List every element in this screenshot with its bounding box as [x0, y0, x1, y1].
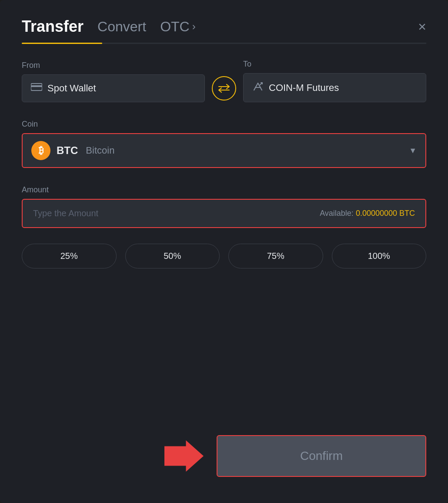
coin-label: Coin [22, 120, 38, 128]
amount-section: Amount Type the Amount Available: 0.0000… [22, 185, 426, 228]
to-wallet-name: COIN-M Futures [269, 82, 339, 94]
dropdown-arrow-icon: ▼ [409, 146, 417, 155]
tab-transfer[interactable]: Transfer [22, 17, 84, 36]
tab-underline-row [22, 43, 426, 44]
coin-section: Coin ₿ BTC Bitcoin ▼ [22, 120, 426, 168]
tab-otc[interactable]: OTC › [160, 19, 196, 35]
to-label: To [243, 60, 426, 69]
svg-marker-2 [164, 440, 204, 472]
tab-convert[interactable]: Convert [97, 19, 146, 35]
otc-chevron-icon: › [192, 20, 196, 33]
svg-rect-1 [31, 85, 42, 87]
pct-25-button[interactable]: 25% [22, 244, 117, 268]
from-label: From [22, 61, 205, 70]
amount-label: Amount [22, 185, 49, 194]
transfer-modal: Transfer Convert OTC › × From Spot Walle… [0, 0, 448, 503]
from-wallet-select[interactable]: Spot Wallet [22, 74, 205, 102]
coin-name: Bitcoin [86, 145, 114, 156]
percentage-row: 25% 50% 75% 100% [22, 244, 426, 268]
coin-select-dropdown[interactable]: ₿ BTC Bitcoin ▼ [22, 133, 426, 168]
red-arrow-icon [164, 439, 204, 473]
confirm-button[interactable]: Confirm [217, 435, 426, 477]
swap-wrapper [212, 76, 236, 102]
wallet-card-icon [31, 83, 42, 94]
active-tab-indicator [22, 43, 102, 44]
from-to-row: From Spot Wallet To [22, 60, 426, 102]
to-column: To COIN-M Futures [243, 60, 426, 102]
coin-symbol: BTC [57, 144, 78, 157]
available-value: 0.00000000 BTC [356, 209, 415, 218]
pct-75-button[interactable]: 75% [228, 244, 323, 268]
arrow-container [22, 439, 204, 473]
amount-placeholder-text[interactable]: Type the Amount [33, 208, 320, 218]
from-wallet-name: Spot Wallet [47, 83, 96, 94]
btc-coin-icon: ₿ [31, 141, 50, 160]
futures-icon [252, 81, 264, 94]
close-button[interactable]: × [418, 20, 426, 34]
pct-50-button[interactable]: 50% [125, 244, 220, 268]
swap-arrows-icon [218, 84, 230, 93]
available-label: Available: 0.00000000 BTC [320, 209, 415, 218]
modal-header: Transfer Convert OTC › × [22, 17, 426, 36]
bottom-row: Confirm [22, 435, 426, 477]
to-wallet-select[interactable]: COIN-M Futures [243, 73, 426, 102]
pct-100-button[interactable]: 100% [332, 244, 427, 268]
amount-input-container: Type the Amount Available: 0.00000000 BT… [22, 199, 426, 228]
from-column: From Spot Wallet [22, 61, 205, 102]
swap-button[interactable] [212, 76, 236, 101]
